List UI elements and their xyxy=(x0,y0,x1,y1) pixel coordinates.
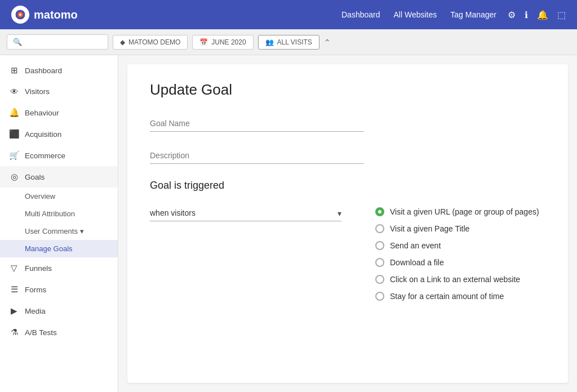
site-dot: ◆ xyxy=(120,38,125,46)
ecommerce-icon: 🛒 xyxy=(9,150,19,161)
main-layout: ⊞ Dashboard 👁 Visitors 🔔 Behaviour ⬛ Acq… xyxy=(0,55,577,392)
goal-name-field xyxy=(150,115,364,132)
segment-icon: 👥 xyxy=(265,38,274,46)
funnels-icon: ▽ xyxy=(9,263,19,273)
calendar-icon: 📅 xyxy=(199,38,208,46)
goal-name-input[interactable] xyxy=(150,115,364,132)
radio-visit-page-title[interactable]: Visit a given Page Title xyxy=(375,224,539,233)
sidebar-label-behaviour: Behaviour xyxy=(25,109,59,117)
sidebar-item-acquisition[interactable]: ⬛ Acquisition xyxy=(0,123,118,145)
submenu-manage-goals[interactable]: Manage Goals xyxy=(0,240,118,257)
nav-links: Dashboard All Websites Tag Manager xyxy=(341,10,496,19)
submenu-overview[interactable]: Overview xyxy=(0,188,118,205)
trigger-dropdown: when visitorswhen visitors do somethingo… xyxy=(150,205,341,221)
sidebar-label-ecommerce: Ecommerce xyxy=(25,152,65,160)
logo-area: matomo xyxy=(11,6,330,24)
date-label: JUNE 2020 xyxy=(211,38,246,46)
sidebar-item-visitors[interactable]: 👁 Visitors xyxy=(0,81,118,102)
description-input[interactable] xyxy=(150,148,364,164)
radio-circle-download-file xyxy=(375,258,384,267)
sidebar-label-forms: Forms xyxy=(25,286,46,294)
info-icon[interactable]: ℹ xyxy=(525,10,528,20)
bell-icon[interactable]: 🔔 xyxy=(537,10,548,20)
description-field xyxy=(150,148,364,164)
goals-submenu: Overview Multi Attribution User Comments… xyxy=(0,188,118,257)
media-icon: ▶ xyxy=(9,306,19,316)
nav-icons: ⚙ ℹ 🔔 ⬚ xyxy=(508,10,566,20)
sidebar-label-funnels: Funnels xyxy=(25,264,52,273)
nav-dashboard[interactable]: Dashboard xyxy=(341,10,380,19)
acquisition-icon: ⬛ xyxy=(9,129,19,139)
site-label: MATOMO DEMO xyxy=(128,38,180,46)
sidebar-label-visitors: Visitors xyxy=(25,87,50,96)
radio-options-group: Visit a given URL (page or group of page… xyxy=(375,207,539,301)
sidebar-item-dashboard[interactable]: ⊞ Dashboard xyxy=(0,60,118,81)
logout-icon[interactable]: ⬚ xyxy=(557,10,566,20)
trigger-section: when visitorswhen visitors do somethingo… xyxy=(150,205,545,301)
sub-toolbar: 🔍 ◆ MATOMO DEMO 📅 JUNE 2020 👥 ALL VISITS… xyxy=(0,29,577,55)
content-area: Update Goal Goal is triggered when visit… xyxy=(127,64,568,383)
sidebar: ⊞ Dashboard 👁 Visitors 🔔 Behaviour ⬛ Acq… xyxy=(0,55,118,392)
radio-stay-time[interactable]: Stay for a certain amount of time xyxy=(375,292,539,301)
sidebar-item-media[interactable]: ▶ Media xyxy=(0,300,118,322)
abtests-icon: ⚗ xyxy=(9,327,19,337)
nav-tag-manager[interactable]: Tag Manager xyxy=(450,10,496,19)
top-nav: matomo Dashboard All Websites Tag Manage… xyxy=(0,0,577,29)
radio-circle-stay-time xyxy=(375,292,384,301)
date-selector[interactable]: 📅 JUNE 2020 xyxy=(192,35,253,50)
site-selector[interactable]: ◆ MATOMO DEMO xyxy=(113,35,188,50)
segment-label: ALL VISITS xyxy=(277,38,312,46)
radio-download-file[interactable]: Download a file xyxy=(375,258,539,267)
radio-label-send-event: Send an event xyxy=(390,241,441,250)
forms-icon: ☰ xyxy=(9,284,19,295)
radio-label-download-file: Download a file xyxy=(390,258,444,267)
radio-visit-url[interactable]: Visit a given URL (page or group of page… xyxy=(375,207,539,216)
sidebar-label-acquisition: Acquisition xyxy=(25,130,61,139)
radio-send-event[interactable]: Send an event xyxy=(375,241,539,250)
radio-label-visit-url: Visit a given URL (page or group of page… xyxy=(390,207,539,216)
nav-all-websites[interactable]: All Websites xyxy=(394,10,437,19)
sidebar-item-behaviour[interactable]: 🔔 Behaviour xyxy=(0,102,118,123)
behaviour-icon: 🔔 xyxy=(9,108,19,118)
radio-label-stay-time: Stay for a certain amount of time xyxy=(390,292,504,301)
sidebar-item-forms[interactable]: ☰ Forms xyxy=(0,279,118,300)
sidebar-item-funnels[interactable]: ▽ Funnels xyxy=(0,257,118,279)
gear-icon[interactable]: ⚙ xyxy=(508,10,516,20)
logo-icon xyxy=(11,6,29,24)
dashboard-icon: ⊞ xyxy=(9,65,19,75)
sidebar-item-goals[interactable]: ◎ Goals xyxy=(0,166,118,188)
triggered-section-title: Goal is triggered xyxy=(150,180,545,191)
radio-label-click-link: Click on a Link to an external website xyxy=(390,275,520,284)
radio-circle-visit-url xyxy=(375,207,384,216)
search-icon: 🔍 xyxy=(13,38,22,46)
submenu-user-comments[interactable]: User Comments ▾ xyxy=(0,222,118,240)
goals-icon: ◎ xyxy=(9,172,19,182)
sidebar-label-media: Media xyxy=(25,307,46,315)
sidebar-label-goals: Goals xyxy=(25,173,45,181)
visitors-icon: 👁 xyxy=(9,87,19,96)
submenu-multi-attribution[interactable]: Multi Attribution xyxy=(0,205,118,222)
logo-text: matomo xyxy=(34,8,78,21)
sidebar-label-dashboard: Dashboard xyxy=(25,66,62,75)
radio-circle-send-event xyxy=(375,241,384,250)
when-visitors-select[interactable]: when visitorswhen visitors do somethingo… xyxy=(150,205,341,221)
svg-point-2 xyxy=(19,14,21,16)
sidebar-item-ecommerce[interactable]: 🛒 Ecommerce xyxy=(0,145,118,166)
sidebar-item-abtests[interactable]: ⚗ A/B Tests xyxy=(0,322,118,343)
sidebar-label-abtests: A/B Tests xyxy=(25,328,57,337)
radio-label-visit-page-title: Visit a given Page Title xyxy=(390,224,469,233)
segment-selector[interactable]: 👥 ALL VISITS xyxy=(258,35,319,50)
radio-circle-visit-page-title xyxy=(375,224,384,233)
radio-circle-click-link xyxy=(375,275,384,284)
page-title: Update Goal xyxy=(150,81,545,99)
radio-click-link[interactable]: Click on a Link to an external website xyxy=(375,275,539,284)
toolbar-expand-icon[interactable]: ⌃ xyxy=(324,38,331,47)
search-box[interactable]: 🔍 xyxy=(7,34,108,50)
